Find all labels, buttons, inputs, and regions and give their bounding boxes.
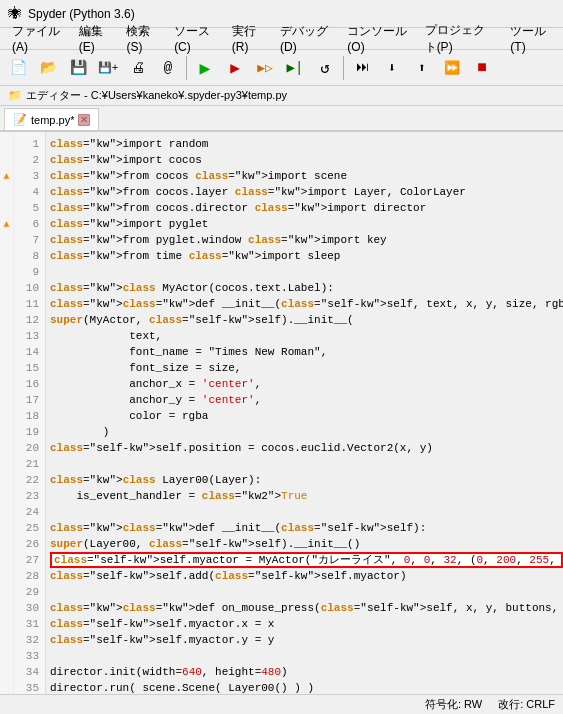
line-number: 22 <box>14 472 45 488</box>
line-number: 30 <box>14 600 45 616</box>
code-line: class="kw">from cocos.director class="kw… <box>50 200 563 216</box>
run-button[interactable]: ▶ <box>191 54 219 82</box>
warning-indicator <box>0 360 13 376</box>
warning-indicator <box>0 200 13 216</box>
code-line: class="kw">from cocos class="kw">import … <box>50 168 563 184</box>
line-number: 4 <box>14 184 45 200</box>
line-number: 16 <box>14 376 45 392</box>
stop-button[interactable]: ■ <box>468 54 496 82</box>
menu-edit[interactable]: 編集(E) <box>71 30 119 47</box>
line-number: 33 <box>14 648 45 664</box>
line-number: 1 <box>14 136 45 152</box>
code-line <box>50 584 563 600</box>
line-number: 5 <box>14 200 45 216</box>
save-all-button[interactable]: 💾+ <box>94 54 122 82</box>
line-number: 17 <box>14 392 45 408</box>
warning-indicator <box>0 664 13 680</box>
warning-indicator <box>0 312 13 328</box>
warning-indicator <box>0 424 13 440</box>
menu-tools[interactable]: ツール(T) <box>502 30 559 47</box>
warning-indicator <box>0 328 13 344</box>
code-line: anchor_x = 'center', <box>50 376 563 392</box>
line-number: 26 <box>14 536 45 552</box>
run-to-line-button[interactable]: ▶| <box>281 54 309 82</box>
warning-indicator <box>0 280 13 296</box>
warning-indicator <box>0 520 13 536</box>
encoding-status: 符号化: RW <box>425 697 482 712</box>
code-line: class="kw">class MyActor(cocos.text.Labe… <box>50 280 563 296</box>
code-line: class="self-kw">self.add(class="self-kw"… <box>50 568 563 584</box>
line-number: 35 <box>14 680 45 694</box>
line-number: 18 <box>14 408 45 424</box>
code-line: class="kw">class="kw">def __init__(class… <box>50 296 563 312</box>
app-icon: 🕷 <box>8 6 22 22</box>
menu-search[interactable]: 検索(S) <box>118 30 166 47</box>
line-number: 27 <box>14 552 45 568</box>
warning-indicator: ▲ <box>0 168 13 184</box>
warning-indicator <box>0 440 13 456</box>
code-line: class="self-kw">self.myactor.y = y <box>50 632 563 648</box>
code-editor[interactable]: class="kw">import randomclass="kw">impor… <box>46 132 563 694</box>
line-number: 6 <box>14 216 45 232</box>
line-number: 9 <box>14 264 45 280</box>
warning-indicator <box>0 472 13 488</box>
rerun-button[interactable]: ↺ <box>311 54 339 82</box>
warning-indicator <box>0 552 13 568</box>
line-number: 12 <box>14 312 45 328</box>
code-line: text, <box>50 328 563 344</box>
warning-indicator <box>0 536 13 552</box>
line-number-gutter: 1234567891011121314151617181920212223242… <box>14 132 46 694</box>
debug-step-button[interactable]: ⬇ <box>378 54 406 82</box>
warning-indicator <box>0 184 13 200</box>
toolbar-sep-1 <box>186 56 187 80</box>
folder-icon: 📁 <box>8 89 22 102</box>
line-number: 24 <box>14 504 45 520</box>
warning-indicator <box>0 632 13 648</box>
warning-indicator <box>0 152 13 168</box>
editor-path-bar: 📁 エディター - C:¥Users¥kaneko¥.spyder-py3¥te… <box>0 86 563 106</box>
tab-close-button[interactable]: ✕ <box>78 114 90 126</box>
warning-indicator <box>0 376 13 392</box>
run-cell-button[interactable]: ▶ <box>221 54 249 82</box>
menu-debug[interactable]: デバッグ(D) <box>272 30 339 47</box>
line-number: 7 <box>14 232 45 248</box>
code-line: class="kw">import pyglet <box>50 216 563 232</box>
menu-source[interactable]: ソース(C) <box>166 30 224 47</box>
line-number: 31 <box>14 616 45 632</box>
menu-console[interactable]: コンソール(O) <box>339 30 416 47</box>
debug-next-button[interactable]: ⏭ <box>348 54 376 82</box>
open-file-button[interactable]: 📂 <box>34 54 62 82</box>
warning-indicator: ▲ <box>0 216 13 232</box>
menu-bar: ファイル(A) 編集(E) 検索(S) ソース(C) 実行(R) デバッグ(D)… <box>0 28 563 50</box>
save-file-button[interactable]: 💾 <box>64 54 92 82</box>
code-line: class="kw">from time class="kw">import s… <box>50 248 563 264</box>
run-selection-button[interactable]: ▶▷ <box>251 54 279 82</box>
menu-run[interactable]: 実行(R) <box>224 30 272 47</box>
line-number: 32 <box>14 632 45 648</box>
menu-project[interactable]: プロジェクト(P) <box>417 30 503 47</box>
warning-indicator <box>0 584 13 600</box>
window-title: Spyder (Python 3.6) <box>28 7 135 21</box>
code-line: director.init(width=640, height=480) <box>50 664 563 680</box>
line-number: 25 <box>14 520 45 536</box>
code-line: class="self-kw">self.position = cocos.eu… <box>50 440 563 456</box>
code-line: super(MyActor, class="self-kw">self).__i… <box>50 312 563 328</box>
code-line: super(Layer00, class="self-kw">self).__i… <box>50 536 563 552</box>
editor-path-label: エディター - C:¥Users¥kaneko¥.spyder-py3¥temp… <box>26 88 287 103</box>
warning-indicator <box>0 456 13 472</box>
line-number: 28 <box>14 568 45 584</box>
line-number: 29 <box>14 584 45 600</box>
new-file-button[interactable]: 📄 <box>4 54 32 82</box>
warning-indicator <box>0 488 13 504</box>
debug-return-button[interactable]: ⬆ <box>408 54 436 82</box>
email-button[interactable]: @ <box>154 54 182 82</box>
line-number: 21 <box>14 456 45 472</box>
code-line: class="kw">import cocos <box>50 152 563 168</box>
debug-continue-button[interactable]: ⏩ <box>438 54 466 82</box>
print-button[interactable]: 🖨 <box>124 54 152 82</box>
tab-label: temp.py* <box>31 114 74 126</box>
editor-tab[interactable]: 📝 temp.py* ✕ <box>4 108 99 130</box>
menu-file[interactable]: ファイル(A) <box>4 30 71 47</box>
line-ending-status: 改行: CRLF <box>498 697 555 712</box>
code-line: class="kw">import random <box>50 136 563 152</box>
